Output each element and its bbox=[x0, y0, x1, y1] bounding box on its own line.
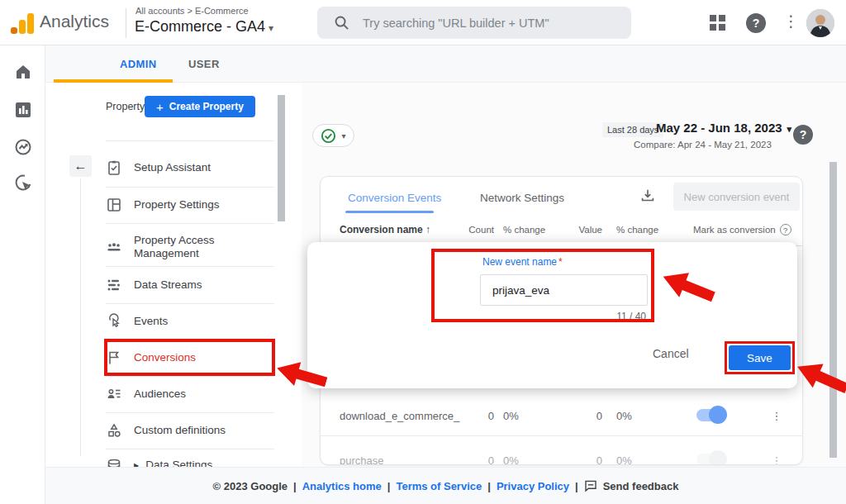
home-icon[interactable] bbox=[13, 62, 33, 82]
reports-icon[interactable] bbox=[13, 100, 33, 120]
char-counter: 11 / 40 bbox=[563, 311, 646, 322]
chevron-down-icon: ▾ bbox=[269, 22, 273, 34]
divider bbox=[80, 178, 81, 456]
top-header: Analytics All accounts > E-Commerce E-Co… bbox=[0, 0, 846, 45]
divider bbox=[106, 223, 274, 224]
back-button[interactable]: ← bbox=[69, 155, 92, 177]
new-event-dialog: New event name* 11 / 40 Cancel Save bbox=[307, 242, 797, 388]
date-preset-badge: Last 28 days bbox=[602, 122, 663, 137]
help-icon[interactable]: ? bbox=[746, 13, 766, 33]
footer-link-privacy[interactable]: Privacy Policy bbox=[497, 480, 569, 492]
help-icon[interactable]: ? bbox=[793, 125, 813, 145]
sidebar-item-events[interactable]: Events bbox=[106, 303, 274, 340]
data-streams-icon bbox=[106, 277, 122, 293]
sort-asc-icon: ↑ bbox=[425, 224, 430, 235]
date-compare-label: Compare: Apr 24 - May 21, 2023 bbox=[634, 140, 772, 150]
search-icon bbox=[334, 15, 349, 31]
divider bbox=[106, 140, 274, 141]
flag-icon bbox=[106, 349, 122, 366]
download-icon[interactable] bbox=[639, 187, 657, 205]
footer-link-terms[interactable]: Terms of Service bbox=[396, 480, 482, 492]
table-row: download_e_commerce_ 0 0% 0 0% ⋮ bbox=[321, 396, 803, 436]
breadcrumb: All accounts > E-Commerce bbox=[135, 6, 249, 16]
copyright: © 2023 Google bbox=[213, 480, 288, 492]
sidebar-item-custom-definitions[interactable]: Custom definitions bbox=[106, 412, 274, 449]
cancel-button[interactable]: Cancel bbox=[653, 347, 689, 360]
header-divider bbox=[126, 8, 126, 38]
breadcrumb-chevron-icon: > bbox=[187, 6, 192, 16]
feedback-bubble-icon bbox=[584, 479, 597, 492]
admin-tabstrip: ADMIN USER bbox=[45, 45, 846, 83]
tab-network-settings[interactable]: Network Settings bbox=[480, 192, 564, 204]
sidebar-item-setup-assistant[interactable]: Setup Assistant bbox=[106, 150, 274, 186]
footer-link-analytics-home[interactable]: Analytics home bbox=[302, 480, 382, 492]
sidebar-item-data-streams[interactable]: Data Streams bbox=[106, 267, 274, 303]
avatar-photo bbox=[806, 9, 834, 37]
explore-icon[interactable] bbox=[13, 137, 33, 157]
data-status-dropdown[interactable]: ▾ bbox=[312, 124, 354, 147]
tab-conversion-events[interactable]: Conversion Events bbox=[348, 192, 441, 204]
event-name-input[interactable] bbox=[480, 274, 648, 306]
advertising-icon[interactable] bbox=[13, 173, 33, 193]
plus-icon: + bbox=[156, 100, 164, 114]
mark-as-conversion-toggle[interactable] bbox=[696, 409, 725, 421]
event-name-label: New event name* bbox=[482, 256, 563, 268]
shapes-icon bbox=[106, 422, 122, 439]
create-property-button[interactable]: + Create Property bbox=[145, 96, 255, 117]
search-input[interactable] bbox=[363, 17, 611, 30]
tab-user[interactable]: USER bbox=[188, 58, 220, 70]
tab-admin[interactable]: ADMIN bbox=[120, 58, 157, 70]
property-selector[interactable]: E-Commerce - GA4▾ bbox=[135, 18, 273, 36]
events-icon bbox=[106, 313, 122, 330]
main-scrollbar[interactable] bbox=[829, 162, 837, 458]
save-button[interactable]: Save bbox=[729, 345, 791, 370]
chevron-down-icon: ▾ bbox=[787, 124, 792, 134]
check-circle-icon bbox=[321, 128, 336, 144]
apps-grid-icon[interactable] bbox=[710, 15, 725, 31]
row-menu-icon[interactable]: ⋮ bbox=[767, 440, 787, 465]
row-menu-icon[interactable]: ⋮ bbox=[767, 396, 787, 435]
panel-icon bbox=[106, 197, 122, 213]
help-icon[interactable]: ? bbox=[780, 224, 791, 235]
table-row: purchase 0 0% 0 0% ⋮ bbox=[321, 440, 803, 465]
search-bar[interactable] bbox=[317, 7, 631, 39]
mark-as-conversion-toggle[interactable] bbox=[696, 454, 725, 465]
property-scrollbar[interactable] bbox=[278, 95, 285, 221]
audiences-icon bbox=[106, 386, 122, 402]
sidebar-item-property-settings[interactable]: Property Settings bbox=[106, 187, 274, 223]
sidebar-item-property-access-management[interactable]: Property Access Management bbox=[106, 226, 274, 269]
property-column-label: Property bbox=[106, 101, 145, 112]
active-tab-underline bbox=[345, 211, 434, 213]
analytics-admin-screen: Analytics All accounts > E-Commerce E-Co… bbox=[0, 0, 846, 504]
analytics-logo-icon[interactable] bbox=[10, 11, 35, 36]
product-name: Analytics bbox=[40, 12, 109, 31]
sidebar-item-conversions[interactable]: Conversions bbox=[106, 340, 274, 376]
people-icon bbox=[106, 239, 122, 255]
footer: © 2023 Google | Analytics home | Terms o… bbox=[45, 467, 846, 504]
chevron-down-icon: ▾ bbox=[341, 131, 345, 140]
clipboard-check-icon bbox=[106, 159, 122, 176]
send-feedback[interactable]: Send feedback bbox=[584, 479, 679, 492]
left-nav-rail: ⚙ bbox=[0, 45, 45, 504]
overflow-menu-icon[interactable]: ⋮ bbox=[783, 12, 799, 31]
date-range-picker[interactable]: May 22 - Jun 18, 2023▾ bbox=[656, 121, 791, 135]
new-conversion-event-button[interactable]: New conversion event bbox=[673, 183, 800, 211]
sidebar-item-audiences[interactable]: Audiences bbox=[106, 376, 274, 412]
user-avatar[interactable] bbox=[806, 9, 834, 37]
required-asterisk: * bbox=[558, 256, 563, 268]
